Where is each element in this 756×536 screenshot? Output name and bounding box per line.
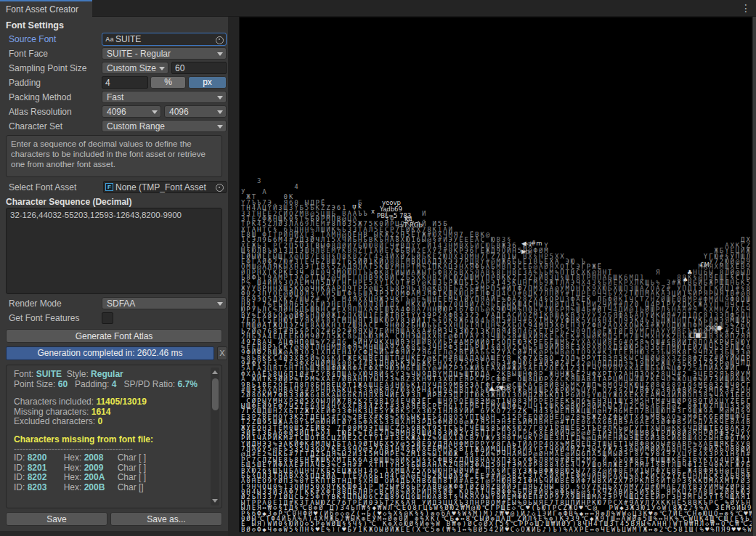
chevron-down-icon bbox=[159, 67, 165, 70]
chevron-down-icon bbox=[217, 302, 223, 306]
missing-char-row: ID: 8201Hex: 2009Char [ ] bbox=[14, 463, 207, 474]
render-mode-label: Render Mode bbox=[9, 299, 62, 309]
packing-method-row: Packing Method Fast bbox=[9, 91, 222, 103]
atlas-resolution-row: Atlas Resolution 4096 4096 bbox=[9, 105, 222, 118]
output-excluded-line: Excluded characters: 0 bbox=[14, 417, 207, 427]
atlas-stray-glyphs: =T RGb bbox=[399, 222, 423, 229]
chevron-down-icon bbox=[152, 110, 158, 114]
character-set-dropdown[interactable]: Custom Range bbox=[102, 120, 227, 132]
packing-method-dropdown[interactable]: Fast bbox=[102, 91, 227, 103]
tab-font-asset-creator[interactable]: Font Asset Creator bbox=[0, 0, 92, 17]
character-set-value: Custom Range bbox=[107, 121, 165, 131]
kebab-menu-icon[interactable]: ⋮ bbox=[741, 1, 751, 16]
atlas-glyph-row: BØ⊖Ф◆Ч⊗⊗W5§ПH§♥Ё%)(♥БУ1KЖОЫØЙЖEЁ(X℃5⊗(₩%… bbox=[241, 527, 752, 532]
missing-char-row: ID: 8202Hex: 200AChar [ ] bbox=[14, 473, 207, 483]
chevron-down-icon bbox=[217, 52, 223, 56]
padding-input[interactable]: 4 bbox=[102, 76, 148, 89]
atlas-stray-glyphs: €M bbox=[700, 261, 710, 269]
atlas-width-value: 4096 bbox=[107, 107, 126, 117]
sampling-point-size-row: Sampling Point Size Custom Size 60 bbox=[9, 62, 222, 74]
atlas-resolution-label: Atlas Resolution bbox=[9, 107, 72, 117]
font-asset-object-field[interactable]: F None (TMP_Font Asset bbox=[103, 181, 227, 193]
font-atlas-preview: 3 4 У А bbox=[240, 17, 752, 532]
atlas-width-dropdown[interactable]: 4096 bbox=[102, 105, 161, 118]
atlas-preview-panel: 3 4 У А bbox=[228, 17, 756, 536]
tmp-font-asset-icon: F bbox=[105, 183, 113, 191]
atlas-stray-glyphs: ♠ bbox=[683, 276, 688, 283]
sampling-point-size-label: Sampling Point Size bbox=[9, 63, 86, 73]
render-mode-dropdown[interactable]: SDFAA bbox=[102, 297, 227, 309]
atlas-stray-glyphs: ▶▷ bbox=[521, 248, 531, 255]
panel-title: Font Settings bbox=[6, 20, 64, 31]
font-face-dropdown[interactable]: SUITE - Regular bbox=[102, 47, 227, 60]
save-as-button[interactable]: Save as... bbox=[110, 512, 222, 526]
select-font-asset-label: Select Font Asset bbox=[9, 182, 76, 192]
window-edge bbox=[753, 17, 756, 536]
output-included-line: Characters included: 11405/13019 bbox=[14, 397, 207, 407]
generation-progress-bar: Generation completed in: 2602.46 ms bbox=[6, 346, 214, 360]
padding-row: Padding 4 % px bbox=[9, 76, 222, 89]
character-sequence-input[interactable]: 32-126,44032-55203,12593-12643,8200-9900 bbox=[6, 208, 222, 294]
character-sequence-label: Character Sequence (Decimal) bbox=[6, 197, 131, 207]
atlas-stray-glyphs: ○◎● bbox=[706, 324, 722, 331]
missing-char-list: ID: 8200Hex: 2008Char [ ]ID: 8201Hex: 20… bbox=[14, 453, 207, 492]
close-progress-button[interactable]: X bbox=[217, 346, 227, 360]
atlas-stray-glyphs: ◀◁#m bbox=[521, 240, 542, 247]
source-font-row: Source Font Aa SUITE bbox=[9, 33, 222, 45]
generate-font-atlas-button[interactable]: Generate Font Atlas bbox=[6, 329, 222, 343]
chevron-down-icon bbox=[217, 125, 223, 129]
font-face-row: Font Face SUITE - Regular bbox=[9, 47, 222, 60]
font-preview-icon: Aa bbox=[105, 36, 114, 43]
source-font-label: Source Font bbox=[9, 34, 56, 44]
output-divider: ----------------------------------------… bbox=[14, 444, 207, 453]
atlas-stray-glyphs: u k bbox=[352, 203, 362, 210]
object-picker-icon[interactable] bbox=[216, 36, 224, 44]
font-face-value: SUITE - Regular bbox=[107, 49, 171, 59]
output-scrollbar[interactable] bbox=[211, 368, 219, 505]
output-font-line: Font: SUITE Style: Regular bbox=[14, 370, 207, 380]
source-font-field[interactable]: Aa SUITE bbox=[102, 33, 227, 46]
scroll-down-icon[interactable] bbox=[212, 499, 218, 503]
point-size-mode-dropdown[interactable]: Custom Size bbox=[102, 62, 168, 74]
source-font-value: SUITE bbox=[115, 34, 141, 44]
render-mode-value: SDFAA bbox=[107, 299, 135, 309]
window-tab-bar: Font Asset Creator ⋮ bbox=[0, 0, 756, 17]
packing-method-label: Packing Method bbox=[9, 92, 71, 102]
point-size-input[interactable]: 60 bbox=[171, 62, 227, 74]
atlas-stray-glyphs: □■□ bbox=[689, 331, 707, 338]
atlas-height-value: 4096 bbox=[169, 107, 189, 117]
atlas-stray-glyphs: ▲△▼▽ bbox=[489, 384, 508, 391]
padding-percent-toggle[interactable]: % bbox=[150, 76, 186, 89]
missing-char-row: ID: 8200Hex: 2008Char [ ] bbox=[14, 453, 207, 463]
generation-output: Font: SUITE Style: Regular Point Size: 6… bbox=[6, 365, 222, 508]
packing-method-value: Fast bbox=[107, 92, 123, 102]
chevron-down-icon bbox=[217, 96, 223, 100]
font-settings-panel: Font Settings Source Font Aa SUITE Font … bbox=[0, 17, 228, 531]
scroll-up-icon[interactable] bbox=[212, 370, 218, 374]
font-asset-value: None (TMP_Font Asset bbox=[115, 182, 206, 192]
help-box: Enter a sequence of decimal values to de… bbox=[6, 135, 222, 177]
atlas-height-dropdown[interactable]: 4096 bbox=[164, 105, 227, 118]
generation-progress-row: Generation completed in: 2602.46 ms X bbox=[0, 346, 228, 360]
render-mode-row: Render Mode SDFAA bbox=[9, 297, 222, 309]
missing-char-row: ID: 8203Hex: 200BChar [] bbox=[14, 483, 207, 493]
atlas-stray-glyphs: ♣ bbox=[687, 269, 693, 276]
character-set-row: Character Set Custom Range bbox=[9, 120, 222, 132]
character-set-label: Character Set bbox=[9, 121, 62, 131]
output-missing-line: Missing characters: 1614 bbox=[14, 407, 207, 418]
scrollbar-thumb[interactable] bbox=[212, 378, 219, 410]
get-font-features-label: Get Font Features bbox=[9, 313, 79, 323]
chevron-down-icon bbox=[217, 110, 223, 114]
object-picker-icon[interactable] bbox=[216, 184, 224, 192]
point-size-mode-value: Custom Size bbox=[107, 63, 156, 73]
missing-chars-header: Characters missing from font file: bbox=[14, 435, 207, 445]
get-font-features-row: Get Font Features bbox=[9, 312, 222, 324]
output-size-line: Point Size: 60 Padding: 4 SP/PD Ratio: 6… bbox=[14, 380, 207, 390]
select-font-asset-row: Select Font Asset F None (TMP_Font Asset bbox=[9, 181, 222, 193]
font-face-label: Font Face bbox=[9, 49, 48, 59]
padding-px-toggle[interactable]: px bbox=[188, 76, 227, 89]
save-button[interactable]: Save bbox=[6, 512, 107, 526]
tab-title: Font Asset Creator bbox=[6, 4, 78, 15]
padding-label: Padding bbox=[9, 78, 41, 88]
get-font-features-checkbox[interactable] bbox=[102, 312, 113, 324]
